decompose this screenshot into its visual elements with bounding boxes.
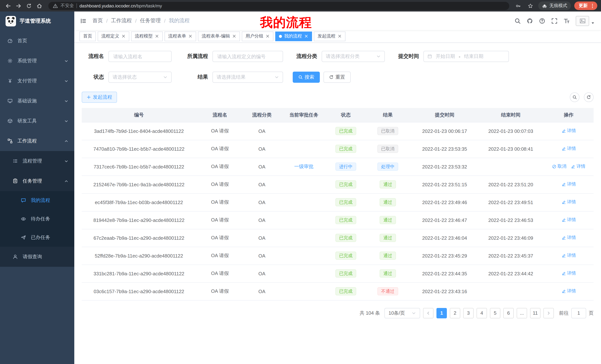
detail-link[interactable]: 详情 <box>561 270 576 277</box>
font-size-button[interactable] <box>563 18 570 24</box>
reset-button[interactable]: 重置 <box>323 72 351 83</box>
sidebar-item-home[interactable]: 首页 <box>0 31 74 51</box>
close-icon[interactable] <box>121 34 126 38</box>
sidebar-item-leave-query[interactable]: 请假查询 <box>0 247 74 267</box>
help-docs-button[interactable] <box>539 18 545 24</box>
detail-link[interactable]: 详情 <box>561 217 576 223</box>
sidebar-item-done-tasks[interactable]: 已办任务 <box>0 228 74 247</box>
breadcrumb-separator: / <box>106 18 108 24</box>
detail-link[interactable]: 详情 <box>561 252 576 259</box>
tab-process-definition[interactable]: 流程定义 <box>98 31 129 41</box>
sidebar-item-my-process[interactable]: 我的流程 <box>0 191 74 210</box>
cell-name: OA 请假 <box>196 265 244 282</box>
sidebar-item-infra[interactable]: 基础设施 <box>0 91 74 111</box>
cell-status: 已完成 <box>328 229 364 247</box>
cell-result: 通过 <box>364 229 411 247</box>
tab-start-process[interactable]: 发起流程 <box>314 31 345 41</box>
process-category-select[interactable]: 请选择流程分类 <box>322 51 385 62</box>
prev-page-button[interactable] <box>423 308 433 318</box>
detail-link[interactable]: 详情 <box>561 199 576 205</box>
chevron-down-icon <box>64 79 68 83</box>
detail-link[interactable]: 详情 <box>561 128 576 134</box>
browser-home-button[interactable] <box>35 1 44 10</box>
sidebar-item-task-mgmt[interactable]: 任务管理 <box>0 171 74 191</box>
cell-ops: 详情 <box>544 175 594 193</box>
result-badge: 通过 <box>380 198 396 206</box>
browser-menu-icon[interactable] <box>590 3 595 8</box>
cell-task <box>280 211 328 229</box>
detail-link[interactable]: 详情 <box>561 235 576 241</box>
detail-link[interactable]: 详情 <box>561 288 576 294</box>
browser-back-button[interactable] <box>4 1 13 10</box>
sidebar-item-process-mgmt[interactable]: 流程管理 <box>0 151 74 171</box>
close-icon[interactable] <box>155 34 159 38</box>
breadcrumb-workflow[interactable]: 工作流程 <box>111 18 132 24</box>
gear-icon <box>7 58 13 63</box>
table-header-row: 编号 流程名 流程分类 当前审批任务 状态 结果 提交时间 结束时间 操作 <box>82 108 594 122</box>
process-name-input[interactable] <box>109 51 172 62</box>
close-icon[interactable] <box>266 34 270 38</box>
tab-process-form-edit[interactable]: 流程表单-编辑 <box>198 31 240 41</box>
sidebar-item-workflow[interactable]: 工作流程 <box>0 131 74 151</box>
github-link[interactable] <box>527 18 533 24</box>
header-search-button[interactable] <box>514 18 521 24</box>
page-button-4[interactable]: 4 <box>477 308 487 318</box>
url-bar[interactable]: 不安全 dashboard.yudao.iocoder.cn/bpm/task/… <box>48 2 509 10</box>
close-icon[interactable] <box>232 34 236 38</box>
fullscreen-button[interactable] <box>551 18 558 24</box>
refresh-table-button[interactable] <box>584 92 594 102</box>
update-button[interactable]: 更新 <box>574 1 597 10</box>
sidebar-item-payment[interactable]: 支付管理 <box>0 71 74 91</box>
tab-process-form[interactable]: 流程表单 <box>165 31 196 41</box>
page-size-select[interactable]: 10条/页 <box>384 308 420 318</box>
cell-ops: 详情 <box>544 229 594 247</box>
next-page-button[interactable] <box>543 308 554 318</box>
page-button-11[interactable]: 11 <box>530 308 541 318</box>
page-button-2[interactable]: 2 <box>450 308 460 318</box>
close-icon[interactable] <box>338 34 342 38</box>
tab-process-model[interactable]: 流程模型 <box>131 31 163 41</box>
detail-link[interactable]: 详情 <box>571 163 585 170</box>
browser-forward-button[interactable] <box>14 1 23 10</box>
user-avatar-menu[interactable] <box>576 16 595 26</box>
detail-link[interactable]: 详情 <box>561 181 576 188</box>
sidebar-item-todo-tasks[interactable]: 待办任务 <box>0 210 74 228</box>
breadcrumb-separator: / <box>135 18 137 24</box>
close-icon[interactable] <box>188 34 192 38</box>
breadcrumb-home[interactable]: 首页 <box>92 18 103 24</box>
status-select[interactable]: 请选择状态 <box>109 72 172 83</box>
process-definition-input[interactable] <box>212 51 283 62</box>
goto-page-input[interactable] <box>571 308 586 318</box>
result-badge: 处理中 <box>377 163 398 171</box>
browser-reload-button[interactable] <box>25 1 33 10</box>
search-button[interactable]: 搜索 <box>293 72 320 83</box>
table-row: 7470a810-7b9b-11ec-b5b7-acde48001122 OA … <box>82 140 594 158</box>
sidebar-toggle-button[interactable] <box>80 18 87 24</box>
sidebar-item-system[interactable]: 系统管理 <box>0 51 74 71</box>
cancel-link[interactable]: 取消 <box>552 163 566 170</box>
password-key-icon[interactable] <box>514 1 523 10</box>
more-pages-button[interactable]: ... <box>517 308 527 318</box>
tab-user-group[interactable]: 用户分组 <box>242 31 273 41</box>
cell-result: 通过 <box>364 247 411 265</box>
bookmark-star-icon[interactable] <box>526 1 535 10</box>
sidebar-item-devtools[interactable]: 研发工具 <box>0 111 74 131</box>
page-button-1[interactable]: 1 <box>436 308 447 318</box>
app-logo[interactable]: 芋道管理系统 <box>0 11 74 31</box>
tab-my-process[interactable]: 我的流程 <box>275 31 312 41</box>
current-task-link[interactable]: 一级审批 <box>294 164 313 169</box>
detail-link[interactable]: 详情 <box>561 146 576 152</box>
page-button-5[interactable]: 5 <box>490 308 500 318</box>
cell-name: OA 请假 <box>196 175 244 193</box>
screen: 不安全 dashboard.yudao.iocoder.cn/bpm/task/… <box>0 0 601 364</box>
result-select[interactable]: 请选择流结果 <box>212 72 283 83</box>
toggle-search-button[interactable] <box>570 92 580 102</box>
page-button-3[interactable]: 3 <box>463 308 474 318</box>
active-dot <box>279 35 282 38</box>
submit-time-range-picker[interactable]: 开始日期 - 结束日期 <box>423 51 509 62</box>
page-button-6[interactable]: 6 <box>503 308 514 318</box>
close-icon[interactable] <box>304 34 308 38</box>
tab-home[interactable]: 首页 <box>80 31 96 41</box>
start-process-button[interactable]: 发起流程 <box>82 92 117 103</box>
breadcrumb-task-mgmt[interactable]: 任务管理 <box>140 18 161 24</box>
